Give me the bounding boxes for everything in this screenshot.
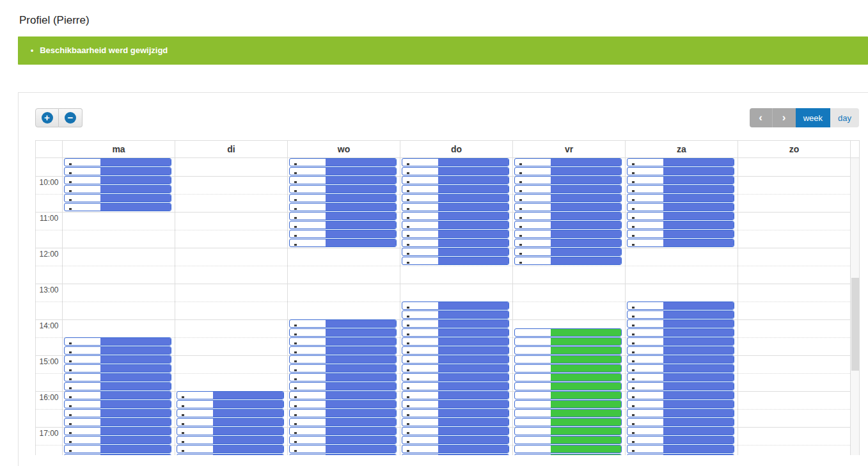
availability-event[interactable] bbox=[514, 248, 622, 256]
availability-event[interactable] bbox=[177, 454, 284, 455]
availability-event[interactable] bbox=[64, 176, 171, 184]
availability-event[interactable] bbox=[627, 400, 734, 408]
availability-event[interactable] bbox=[64, 158, 171, 166]
availability-event[interactable] bbox=[402, 391, 509, 399]
availability-event[interactable] bbox=[402, 409, 509, 417]
day-column-wo[interactable] bbox=[287, 158, 400, 455]
availability-event[interactable] bbox=[402, 445, 509, 453]
availability-event[interactable] bbox=[64, 167, 171, 175]
availability-event[interactable] bbox=[289, 427, 397, 435]
availability-event[interactable] bbox=[514, 328, 622, 337]
availability-event[interactable] bbox=[627, 203, 734, 211]
availability-event[interactable] bbox=[64, 337, 171, 346]
availability-event[interactable] bbox=[514, 337, 622, 346]
week-view-button[interactable]: week bbox=[796, 108, 830, 127]
availability-event[interactable] bbox=[514, 158, 622, 166]
availability-event[interactable] bbox=[514, 427, 622, 435]
availability-event[interactable] bbox=[514, 355, 622, 364]
availability-event[interactable] bbox=[514, 454, 622, 455]
availability-event[interactable] bbox=[402, 400, 509, 408]
availability-event[interactable] bbox=[627, 418, 734, 426]
availability-event[interactable] bbox=[402, 212, 509, 220]
vertical-scrollbar[interactable] bbox=[850, 158, 859, 455]
zoom-out-button[interactable]: − bbox=[59, 108, 83, 127]
availability-event[interactable] bbox=[627, 239, 734, 247]
day-column-za[interactable] bbox=[625, 158, 738, 455]
day-column-do[interactable] bbox=[400, 158, 512, 455]
availability-event[interactable] bbox=[402, 454, 509, 455]
availability-event[interactable] bbox=[402, 328, 509, 337]
availability-event[interactable] bbox=[627, 337, 734, 346]
availability-event[interactable] bbox=[514, 194, 622, 202]
availability-event[interactable] bbox=[402, 319, 509, 328]
availability-event[interactable] bbox=[289, 212, 397, 220]
availability-event[interactable] bbox=[289, 203, 397, 211]
availability-event[interactable] bbox=[289, 239, 397, 247]
availability-event[interactable] bbox=[402, 373, 509, 382]
availability-event[interactable] bbox=[64, 409, 171, 417]
availability-event[interactable] bbox=[64, 203, 171, 211]
availability-event[interactable] bbox=[289, 409, 397, 417]
availability-event[interactable] bbox=[64, 373, 171, 382]
availability-event[interactable] bbox=[64, 436, 171, 444]
availability-event[interactable] bbox=[627, 319, 734, 328]
availability-event[interactable] bbox=[514, 364, 622, 373]
vertical-scrollbar-thumb[interactable] bbox=[851, 278, 859, 371]
availability-event[interactable] bbox=[289, 167, 397, 175]
availability-event[interactable] bbox=[514, 409, 622, 417]
availability-event[interactable] bbox=[514, 373, 622, 382]
day-column-vr[interactable] bbox=[512, 158, 625, 455]
availability-event[interactable] bbox=[64, 194, 171, 202]
availability-event[interactable] bbox=[402, 158, 509, 166]
availability-event[interactable] bbox=[627, 427, 734, 435]
availability-event[interactable] bbox=[402, 185, 509, 193]
availability-event[interactable] bbox=[64, 355, 171, 364]
availability-event[interactable] bbox=[402, 382, 509, 390]
availability-event[interactable] bbox=[627, 382, 734, 390]
availability-event[interactable] bbox=[402, 436, 509, 444]
availability-event[interactable] bbox=[627, 346, 734, 355]
availability-event[interactable] bbox=[402, 248, 509, 256]
availability-event[interactable] bbox=[177, 445, 284, 453]
availability-event[interactable] bbox=[627, 194, 734, 202]
availability-event[interactable] bbox=[289, 328, 397, 337]
availability-event[interactable] bbox=[289, 230, 397, 238]
availability-event[interactable] bbox=[514, 257, 622, 265]
availability-event[interactable] bbox=[177, 391, 284, 399]
availability-event[interactable] bbox=[64, 364, 171, 373]
next-button[interactable]: › bbox=[773, 108, 796, 127]
availability-event[interactable] bbox=[627, 212, 734, 220]
availability-event[interactable] bbox=[627, 176, 734, 184]
availability-event[interactable] bbox=[627, 167, 734, 175]
availability-event[interactable] bbox=[627, 445, 734, 453]
availability-event[interactable] bbox=[514, 230, 622, 238]
availability-event[interactable] bbox=[64, 445, 171, 453]
availability-event[interactable] bbox=[627, 310, 734, 319]
availability-event[interactable] bbox=[514, 382, 622, 390]
availability-event[interactable] bbox=[514, 418, 622, 426]
availability-event[interactable] bbox=[627, 373, 734, 382]
availability-event[interactable] bbox=[402, 257, 509, 265]
availability-event[interactable] bbox=[627, 221, 734, 229]
availability-event[interactable] bbox=[177, 427, 284, 435]
availability-event[interactable] bbox=[177, 400, 284, 408]
availability-event[interactable] bbox=[402, 346, 509, 355]
availability-event[interactable] bbox=[402, 301, 509, 310]
availability-event[interactable] bbox=[514, 185, 622, 193]
availability-event[interactable] bbox=[289, 176, 397, 184]
availability-event[interactable] bbox=[402, 355, 509, 364]
availability-event[interactable] bbox=[289, 382, 397, 390]
availability-event[interactable] bbox=[627, 230, 734, 238]
availability-event[interactable] bbox=[514, 167, 622, 175]
availability-event[interactable] bbox=[514, 400, 622, 408]
availability-event[interactable] bbox=[289, 158, 397, 166]
availability-event[interactable] bbox=[177, 409, 284, 417]
availability-event[interactable] bbox=[627, 454, 734, 455]
availability-event[interactable] bbox=[64, 346, 171, 355]
availability-event[interactable] bbox=[289, 337, 397, 346]
availability-event[interactable] bbox=[402, 310, 509, 319]
availability-event[interactable] bbox=[627, 328, 734, 337]
availability-event[interactable] bbox=[627, 364, 734, 373]
availability-event[interactable] bbox=[289, 400, 397, 408]
availability-event[interactable] bbox=[289, 185, 397, 193]
